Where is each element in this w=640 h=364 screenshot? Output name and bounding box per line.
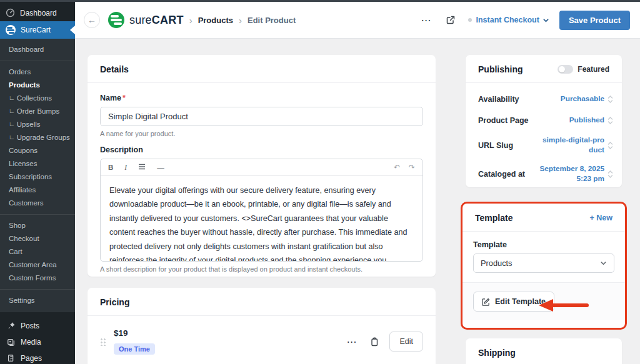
- back-button[interactable]: ←: [84, 12, 100, 28]
- page: Dashboard SureCart Dashboard Orders Prod…: [0, 0, 640, 364]
- shipping-card: Shipping: [466, 338, 622, 364]
- more-actions-button[interactable]: ⋯: [419, 12, 434, 29]
- breadcrumb-separator: ›: [189, 15, 192, 26]
- price-more-button[interactable]: ⋯: [344, 333, 359, 350]
- template-title: Template: [475, 213, 512, 223]
- surecart-wordmark: sureCART: [129, 14, 184, 27]
- submenu-item-products[interactable]: Products: [0, 79, 75, 92]
- submenu-item-orders[interactable]: Orders: [0, 66, 75, 79]
- breadcrumb-products[interactable]: Products: [198, 16, 233, 25]
- publishing-row-availability: Availability Purchasable: [478, 93, 613, 106]
- updown-chevron-icon[interactable]: [608, 116, 613, 125]
- submenu-item-customer-area[interactable]: Customer Area: [0, 258, 75, 272]
- chevron-down-icon: [600, 260, 607, 267]
- submenu-item-coupons[interactable]: Coupons: [0, 144, 75, 157]
- price-amount: $19: [114, 328, 155, 338]
- description-textarea[interactable]: Elevate your digital offerings with our …: [101, 176, 422, 261]
- copy-icon[interactable]: [370, 337, 379, 347]
- instant-checkout-link[interactable]: Instant Checkout: [476, 16, 539, 24]
- list-button[interactable]: [138, 163, 146, 172]
- undo-button[interactable]: ↶: [394, 163, 400, 172]
- submenu-divider: [0, 214, 75, 215]
- submenu-item-dashboard[interactable]: Dashboard: [0, 43, 75, 56]
- featured-label: Featured: [578, 65, 609, 74]
- edit-pencil-icon: [482, 298, 490, 306]
- url-slug-value[interactable]: simple-digital-product: [539, 135, 604, 155]
- template-select[interactable]: Products: [473, 253, 614, 273]
- publishing-row-cataloged-at: Cataloged at September 8, 2025 5:23 pm: [478, 164, 613, 184]
- submenu-item-cart[interactable]: Cart: [0, 245, 75, 258]
- annotation-arrow: [539, 298, 590, 312]
- horizontal-rule-button[interactable]: —: [157, 164, 164, 171]
- product-name-input[interactable]: [100, 107, 423, 126]
- submenu-item-shop[interactable]: Shop: [0, 219, 75, 232]
- price-edit-button[interactable]: Edit: [389, 332, 423, 352]
- sidebar-item-wp-dashboard[interactable]: Dashboard: [0, 0, 75, 21]
- sidebar-item-label: Dashboard: [20, 9, 57, 17]
- corner-glyph: ∟: [9, 121, 15, 127]
- description-help-text: A short description for your product tha…: [100, 265, 423, 273]
- breadcrumb-current: Edit Product: [248, 16, 296, 25]
- pricing-card-header: Pricing: [88, 288, 436, 316]
- corner-glyph: ∟: [9, 107, 15, 114]
- publishing-card: Publishing Featured Availability Purchas…: [466, 55, 622, 187]
- submenu-item-affiliates[interactable]: Affiliates: [0, 184, 75, 197]
- active-menu-notch: [70, 26, 75, 34]
- status-dot: [468, 18, 472, 22]
- editor-toolbar: B I — ↶ ↷: [101, 159, 422, 176]
- submenu-item-subscriptions[interactable]: Subscriptions: [0, 170, 75, 184]
- details-card: Details Name* A name for your product. D…: [88, 55, 436, 277]
- details-card-header: Details: [88, 55, 436, 83]
- submenu-item-upgrade-groups[interactable]: ∟Upgrade Groups: [0, 131, 75, 144]
- wp-menu-bottom: Posts Media Pages: [0, 312, 75, 364]
- top-border: [0, 0, 640, 2]
- submenu-item-checkout[interactable]: Checkout: [0, 232, 75, 245]
- italic-button[interactable]: I: [124, 164, 127, 171]
- sidebar-item-label: Pages: [21, 354, 42, 363]
- pricing-card: Pricing $19 One Time ⋯ Edit: [88, 288, 436, 364]
- one-time-badge: One Time: [114, 343, 155, 355]
- cataloged-at-value[interactable]: September 8, 2025 5:23 pm: [525, 164, 604, 184]
- sidebar-item-pages[interactable]: Pages: [0, 350, 75, 364]
- submenu-item-upsells[interactable]: ∟Upsells: [0, 118, 75, 131]
- submenu-item-order-bumps[interactable]: ∟Order Bumps: [0, 105, 75, 118]
- submenu-divider: [0, 61, 75, 61]
- submenu-item-settings[interactable]: Settings: [0, 294, 75, 307]
- updown-chevron-icon[interactable]: [608, 95, 613, 104]
- required-asterisk: *: [122, 94, 126, 102]
- submenu-item-collections[interactable]: ∟Collections: [0, 92, 75, 105]
- sidebar-item-surecart[interactable]: SureCart: [0, 21, 75, 39]
- surecart-icon: [6, 25, 16, 35]
- availability-value[interactable]: Purchasable: [561, 94, 604, 104]
- sidebar-item-label: Posts: [21, 322, 39, 330]
- media-icon: [7, 338, 16, 347]
- new-template-link[interactable]: + New: [590, 214, 612, 222]
- save-product-button[interactable]: Save Product: [559, 11, 630, 30]
- submenu-item-licenses[interactable]: Licenses: [0, 157, 75, 170]
- name-label: Name*: [100, 94, 423, 102]
- sidebar-item-media[interactable]: Media: [0, 334, 75, 350]
- updown-chevron-icon[interactable]: [608, 170, 613, 179]
- redo-button[interactable]: ↷: [409, 163, 415, 172]
- sidebar-item-label: Media: [21, 338, 41, 347]
- surecart-submenu: Dashboard Orders Products ∟Collections ∟…: [0, 39, 75, 312]
- description-label: Description: [100, 145, 423, 154]
- bold-button[interactable]: B: [108, 164, 113, 171]
- publishing-row-product-page: Product Page Published: [478, 114, 613, 127]
- drag-handle-icon[interactable]: [100, 337, 107, 346]
- featured-toggle[interactable]: [558, 65, 573, 74]
- name-help-text: A name for your product.: [100, 130, 423, 137]
- sidebar-item-posts[interactable]: Posts: [0, 318, 75, 334]
- product-page-value[interactable]: Published: [569, 116, 604, 125]
- template-select-label: Template: [473, 240, 614, 249]
- pages-icon: [7, 354, 16, 363]
- surecart-logo-icon: [108, 12, 124, 28]
- chevron-down-icon[interactable]: [542, 17, 549, 24]
- pricing-title: Pricing: [100, 297, 129, 307]
- submenu-item-customers[interactable]: Customers: [0, 197, 75, 210]
- external-link-icon[interactable]: [446, 15, 456, 25]
- description-editor: B I — ↶ ↷ Elevate your digital offerings…: [100, 159, 423, 262]
- dashboard-gauge-icon: [6, 8, 15, 17]
- submenu-item-custom-forms[interactable]: Custom Forms: [0, 272, 75, 285]
- updown-chevron-icon[interactable]: [608, 141, 613, 150]
